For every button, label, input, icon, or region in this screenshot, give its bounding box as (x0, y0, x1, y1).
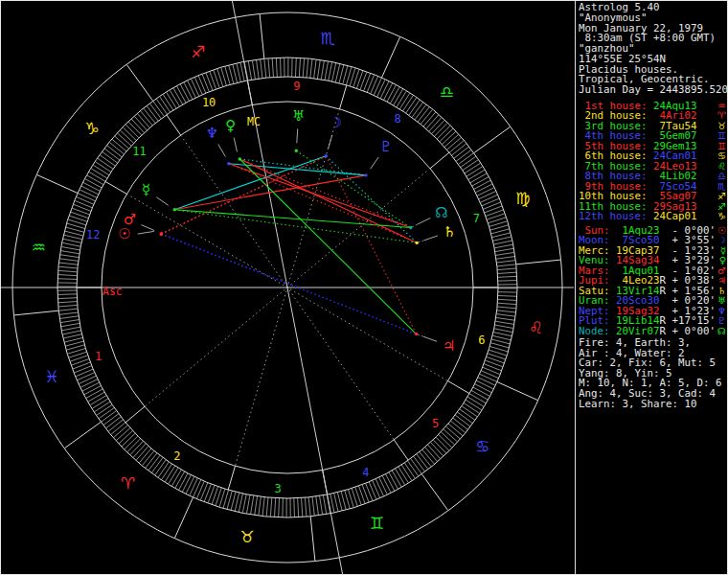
degree-tick (441, 432, 454, 445)
degree-tick (362, 485, 369, 502)
degree-tick (75, 366, 92, 373)
degree-tick (97, 404, 112, 415)
degree-tick (498, 276, 516, 277)
degree-tick (496, 314, 514, 316)
degree-tick (251, 495, 254, 514)
house-number-7: 7 (473, 212, 480, 225)
degree-tick (389, 472, 398, 489)
planet-dot-node (409, 226, 412, 229)
degree-tick (272, 58, 273, 77)
house-cusp-tick-6 (448, 381, 469, 394)
degree-tick (497, 303, 515, 304)
degree-tick (120, 130, 133, 143)
angle-labels: AscMC (102, 115, 261, 298)
degree-tick (175, 472, 185, 488)
planet-pointer-nept (218, 145, 226, 157)
house-number-2: 2 (173, 449, 180, 463)
aspect-merc-plut (174, 175, 366, 210)
degree-tick (139, 448, 151, 463)
aspect-sun-moon (161, 156, 326, 235)
degree-tick (158, 462, 169, 477)
degree-tick (466, 167, 483, 176)
degree-tick (206, 73, 213, 90)
degree-tick (162, 464, 172, 479)
degree-tick (417, 454, 428, 469)
planet-dot-moon (325, 154, 328, 157)
degree-tick (330, 494, 334, 512)
planet-pointer-uran (297, 128, 298, 143)
degree-tick (122, 433, 135, 446)
degree-tick (80, 380, 98, 387)
degree-tick (492, 233, 511, 238)
degree-tick (58, 275, 77, 276)
degree-tick (451, 144, 466, 155)
degree-tick (276, 58, 277, 77)
degree-tick (108, 420, 123, 431)
degree-tick (58, 298, 77, 299)
degree-tick (312, 496, 314, 515)
degree-tick (194, 78, 202, 95)
degree-tick (310, 59, 312, 78)
degree-tick (133, 444, 146, 457)
degree-tick (60, 316, 79, 319)
planet-dot-mars (160, 232, 163, 235)
planet-uran-glyph: ♅ (292, 107, 305, 125)
degree-tick (85, 179, 102, 188)
house-cusp-tick-9 (340, 85, 347, 109)
planet-pointer-mars (141, 225, 154, 231)
degree-tick (59, 309, 78, 310)
degree-tick (156, 99, 167, 114)
degree-tick (153, 102, 164, 117)
degree-tick (455, 415, 470, 426)
degree-tick (163, 95, 173, 110)
degree-tick (456, 150, 471, 162)
degree-tick (58, 279, 77, 280)
degree-tick (475, 384, 491, 393)
sign-cusp-line (497, 381, 537, 400)
sign-cusp-line (126, 65, 152, 102)
degree-tick (384, 83, 393, 100)
degree-tick (476, 380, 492, 389)
house-cusp-tick-8 (430, 152, 449, 169)
degree-tick (173, 88, 183, 104)
degree-tick (61, 247, 80, 250)
degree-tick (494, 244, 512, 248)
degree-tick (104, 149, 120, 160)
degree-tick (257, 60, 260, 79)
degree-tick (192, 80, 199, 97)
degree-tick (398, 467, 408, 483)
house-number-10: 10 (202, 96, 216, 109)
degree-tick (84, 386, 101, 395)
degree-tick (481, 371, 498, 379)
house-row-12: 12th house: 24Cap01♑ (579, 212, 726, 221)
degree-tick (497, 268, 515, 270)
degree-tick (466, 400, 481, 409)
degree-tick (380, 81, 389, 98)
mc-label: MC (247, 115, 261, 128)
degree-tick (392, 471, 401, 487)
degree-tick (266, 497, 268, 516)
degree-tick (63, 331, 81, 334)
degree-tick (498, 281, 516, 282)
house-number-6: 6 (478, 334, 485, 347)
degree-tick (483, 202, 500, 209)
degree-tick (497, 310, 515, 312)
degree-tick (268, 58, 270, 77)
degree-tick (79, 194, 96, 201)
degree-tick (467, 397, 484, 406)
degree-tick (498, 299, 516, 300)
degree-tick (420, 451, 431, 466)
sign-gemini-glyph: ♊ (370, 514, 384, 533)
degree-tick (151, 457, 163, 472)
aspect-lines (161, 150, 417, 334)
degree-tick (316, 496, 319, 515)
degree-tick (150, 104, 162, 119)
degree-tick (65, 341, 83, 346)
degree-tick (60, 255, 79, 258)
degree-tick (364, 74, 371, 91)
degree-tick (379, 477, 387, 494)
degree-tick (434, 123, 447, 136)
degree-tick (411, 458, 421, 473)
sign-leo-glyph: ♌ (529, 318, 543, 337)
aspect-satu-nept (229, 164, 417, 243)
